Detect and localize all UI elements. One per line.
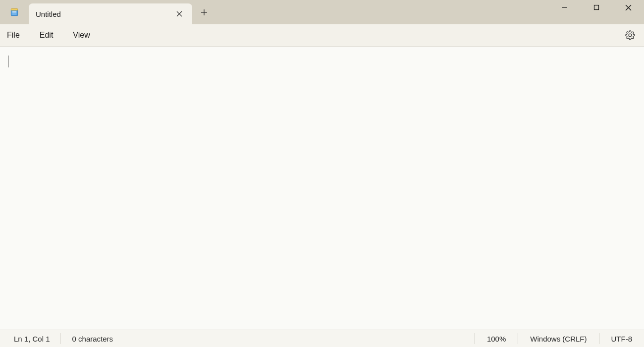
close-icon [176,11,182,17]
text-cursor [8,56,8,67]
svg-rect-1 [11,8,17,10]
close-icon [625,4,632,11]
tab-close-button[interactable] [173,8,185,20]
menu-edit[interactable]: Edit [40,28,54,43]
title-bar: Untitled [0,0,644,24]
gear-icon [625,30,635,40]
tab-active[interactable]: Untitled [29,3,192,24]
settings-button[interactable] [623,28,637,42]
maximize-button[interactable] [581,0,612,15]
status-characters: 0 characters [60,333,125,344]
close-window-button[interactable] [612,0,644,15]
menu-bar: File Edit View [0,24,644,47]
app-icon [0,0,29,24]
status-cursor-position[interactable]: Ln 1, Col 1 [14,333,60,344]
menu-file[interactable]: File [7,28,20,43]
minimize-icon [562,4,568,10]
menu-view[interactable]: View [73,28,90,43]
new-tab-button[interactable] [192,0,216,24]
status-zoom[interactable]: 100% [475,333,518,344]
maximize-icon [593,4,599,10]
text-editor[interactable] [0,47,644,330]
minimize-button[interactable] [549,0,581,15]
status-encoding[interactable]: UTF-8 [599,333,644,344]
svg-rect-10 [594,5,599,10]
window-controls [549,0,644,15]
plus-icon [201,9,208,16]
status-line-ending[interactable]: Windows (CRLF) [518,333,598,344]
status-bar: Ln 1, Col 1 0 characters 100% Windows (C… [0,330,644,347]
notepad-icon [9,7,19,17]
tab-title: Untitled [36,10,173,18]
